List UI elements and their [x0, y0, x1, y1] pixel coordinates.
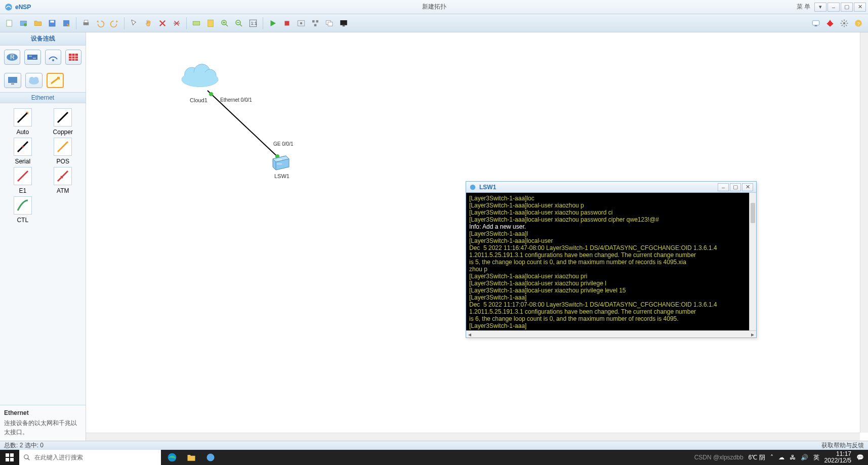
redo-button[interactable]	[108, 17, 121, 30]
node-cloud1[interactable]	[180, 63, 220, 88]
svg-rect-36	[11, 83, 14, 84]
new-project-button[interactable]	[17, 17, 30, 30]
device-cat-wlan[interactable]	[45, 50, 61, 65]
taskbar-search[interactable]: 在此键入进行搜索	[19, 450, 161, 465]
taskbar-explorer[interactable]	[183, 450, 199, 465]
sidebar-header: 设备连线	[0, 32, 86, 46]
menu-dropdown-icon[interactable]: ▾	[814, 3, 826, 12]
connector-label: CTL	[17, 217, 28, 224]
device-cat-switch[interactable]	[24, 50, 40, 65]
connector-copper[interactable]: Copper	[46, 108, 81, 136]
svg-point-0	[5, 4, 12, 11]
pan-tool-button[interactable]	[142, 17, 155, 30]
start-button[interactable]	[0, 450, 19, 465]
svg-rect-34	[69, 54, 78, 61]
note-button[interactable]	[204, 17, 217, 30]
svg-rect-52	[6, 458, 9, 461]
save-as-button[interactable]	[60, 17, 73, 30]
terminal-window[interactable]: LSW1 – ▢ ✕ [Layer3Switch-1-aaa]loc[Layer…	[466, 181, 757, 338]
canvas-hscrollbar[interactable]	[86, 433, 860, 441]
status-right[interactable]: 获取帮助与反馈	[821, 441, 864, 450]
connector-ctl[interactable]: CTL	[5, 196, 40, 224]
topology-canvas-wrap: Cloud1 Ethernet 0/0/1 GE 0/0/1 LSW1 LSW1…	[86, 32, 868, 441]
tray-weather[interactable]: 6℃ 阴	[749, 453, 765, 462]
menu-button[interactable]: 菜 单	[794, 3, 813, 11]
svg-rect-26	[812, 20, 819, 25]
tray-cloud-icon[interactable]: ☁	[778, 454, 784, 461]
terminal-titlebar[interactable]: LSW1 – ▢ ✕	[466, 182, 756, 193]
taskbar-edge[interactable]	[164, 450, 180, 465]
connector-serial[interactable]: Serial	[5, 138, 40, 165]
feedback-button[interactable]	[809, 17, 822, 30]
terminal-hscrollbar[interactable]: ◂▸	[466, 330, 756, 337]
svg-rect-5	[50, 20, 54, 22]
terminal-minimize[interactable]: –	[718, 183, 729, 191]
topology-canvas[interactable]: Cloud1 Ethernet 0/0/1 GE 0/0/1 LSW1 LSW1…	[86, 32, 868, 441]
delete-button[interactable]	[156, 17, 169, 30]
stop-all-button[interactable]	[280, 17, 294, 30]
svg-rect-25	[343, 25, 345, 26]
device-cat-firewall[interactable]	[65, 50, 81, 65]
node-lsw1[interactable]	[271, 154, 291, 171]
connector-label: Serial	[15, 158, 30, 165]
svg-point-27	[843, 22, 846, 24]
terminal-close[interactable]: ✕	[742, 183, 753, 191]
connector-pos[interactable]: POS	[46, 138, 81, 165]
minimize-button[interactable]: –	[828, 3, 840, 12]
help-button[interactable]: ?	[852, 17, 865, 30]
zoom-in-button[interactable]	[218, 17, 231, 30]
svg-point-49	[470, 184, 476, 190]
svg-rect-19	[312, 20, 315, 23]
new-topo-button[interactable]	[3, 17, 16, 30]
zoom-out-button[interactable]	[232, 17, 245, 30]
delete-link-button[interactable]	[170, 17, 183, 30]
connector-atm[interactable]: ATM	[46, 167, 81, 194]
tray-chevron-icon[interactable]: ˄	[770, 454, 773, 461]
terminal-vscrollbar[interactable]	[749, 193, 756, 330]
device-cat-router[interactable]: R	[4, 50, 20, 65]
maximize-button[interactable]: ▢	[841, 3, 853, 12]
undo-button[interactable]	[94, 17, 107, 30]
open-button[interactable]	[31, 17, 45, 30]
system-tray: CSDN @xlpszdbb 6℃ 阴 ˄ ☁ 🖧 🔊 英 11:17 2022…	[690, 451, 868, 464]
taskbar-ensp[interactable]	[202, 450, 219, 465]
svg-text:R: R	[10, 54, 15, 61]
svg-text:?: ?	[857, 21, 860, 26]
tray-network-icon[interactable]: 🖧	[790, 454, 796, 461]
terminal-maximize[interactable]: ▢	[730, 183, 741, 191]
canvas-vscrollbar[interactable]	[860, 32, 868, 433]
watermark: CSDN @xlpszdbb	[694, 454, 743, 461]
fit-window-button[interactable]: 1:1	[246, 17, 260, 30]
device-sidebar: 设备连线 R Ethernet Auto Copper Serial POS E…	[0, 32, 86, 441]
select-tool-button[interactable]	[128, 17, 141, 30]
huawei-icon[interactable]	[823, 17, 837, 30]
layout-button[interactable]	[309, 17, 322, 30]
text-label-button[interactable]	[190, 17, 203, 30]
connector-e1[interactable]: E1	[5, 167, 40, 194]
save-button[interactable]	[46, 17, 59, 30]
print-button[interactable]	[79, 17, 93, 30]
settings-button[interactable]	[838, 17, 851, 30]
window-list-button[interactable]	[323, 17, 336, 30]
device-cat-cloud[interactable]	[25, 73, 43, 88]
tray-ime[interactable]: 英	[813, 453, 819, 462]
display-mode-button[interactable]	[337, 17, 350, 30]
tray-volume-icon[interactable]: 🔊	[801, 454, 808, 461]
connector-auto[interactable]: Auto	[5, 108, 40, 136]
device-cat-connection[interactable]	[47, 73, 64, 88]
cloud-label: Cloud1	[190, 97, 208, 103]
device-cat-pc[interactable]	[4, 73, 21, 88]
svg-rect-20	[316, 20, 319, 23]
tray-clock[interactable]: 11:17 2022/12/5	[824, 451, 851, 464]
close-button[interactable]: ✕	[854, 3, 866, 12]
tray-notifications-icon[interactable]: 💬	[856, 454, 864, 461]
start-all-button[interactable]	[266, 17, 279, 30]
switch-label: LSW1	[274, 173, 290, 179]
svg-rect-21	[314, 24, 317, 26]
capture-button[interactable]	[295, 17, 308, 30]
svg-rect-11	[208, 20, 214, 27]
status-left: 总数: 2 选中: 0	[4, 441, 44, 450]
svg-rect-16	[285, 21, 290, 25]
terminal-output[interactable]: [Layer3Switch-1-aaa]loc[Layer3Switch-1-a…	[466, 193, 756, 330]
app-name: eNSP	[15, 4, 31, 11]
